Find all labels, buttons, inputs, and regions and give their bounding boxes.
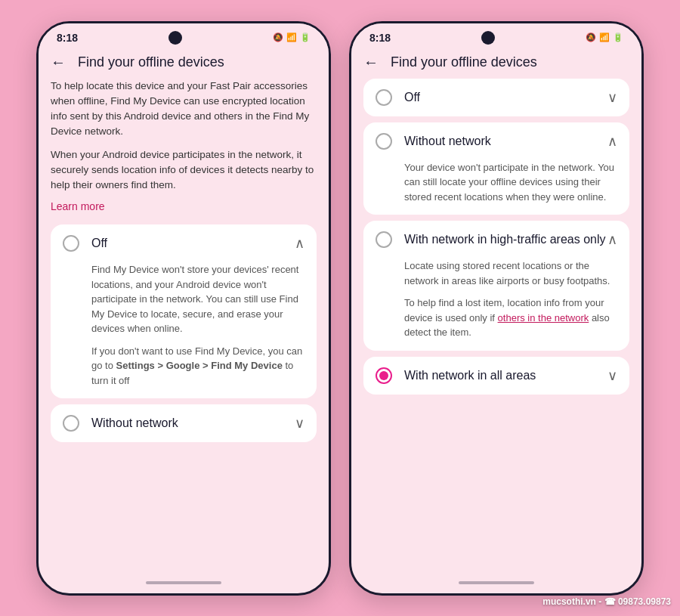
off-detail-2: If you don't want to use Find My Device,…: [91, 344, 304, 388]
option-card-off: Off ∧ Find My Device won't store your de…: [51, 224, 317, 398]
home-indicator-right: [351, 572, 641, 593]
camera-pill-left: [168, 31, 182, 45]
radio-without-network-right[interactable]: [376, 133, 392, 150]
high-traffic-detail-1: Locate using stored recent locations or …: [404, 258, 617, 288]
signal-icon: 📶: [286, 33, 297, 42]
option-card-without-network-left: Without network ∨: [51, 404, 317, 442]
radio-label-without-network-right: Without network: [376, 133, 607, 150]
phones-container: 8:18 🔕 📶 🔋 ← Find your offline devices T…: [36, 21, 644, 596]
option-detail-without-network-right: Your device won't participate in the net…: [363, 160, 629, 215]
radio-label-without-network-left: Without network: [63, 415, 295, 432]
chevron-without-network-left[interactable]: ∨: [295, 415, 304, 432]
radio-off-right[interactable]: [376, 89, 392, 106]
radio-label-off-right: Off: [376, 89, 607, 106]
top-bar-left: ← Find your offline devices: [39, 48, 329, 79]
time-right: 8:18: [369, 32, 391, 44]
option-row-high-traffic[interactable]: With network in high-traffic areas only …: [363, 221, 629, 258]
option-row-all-areas[interactable]: With network in all areas ∨: [363, 357, 629, 395]
radio-off[interactable]: [63, 235, 79, 252]
phone-right-content: Off ∨ Without network ∧ Your device won'…: [351, 79, 641, 572]
option-card-high-traffic: With network in high-traffic areas only …: [363, 221, 629, 351]
top-bar-right: ← Find your offline devices: [351, 48, 641, 79]
status-bar-left: 8:18 🔕 📶 🔋: [39, 23, 329, 48]
camera-pill-right: [481, 31, 495, 45]
page-title-left: Find your offline devices: [78, 54, 224, 70]
phone-left-content: To help locate this device and your Fast…: [39, 79, 329, 572]
chevron-off-right[interactable]: ∨: [607, 89, 617, 106]
option-row-without-network-right[interactable]: Without network ∧: [363, 122, 629, 160]
radio-high-traffic[interactable]: [376, 231, 392, 248]
phone-left: 8:18 🔕 📶 🔋 ← Find your offline devices T…: [36, 21, 331, 596]
option-label-without-network-left: Without network: [91, 416, 178, 430]
back-button-right[interactable]: ←: [363, 54, 379, 71]
status-icons-left: 🔕 📶 🔋: [273, 33, 311, 42]
radio-inner-all-areas: [379, 371, 388, 380]
option-label-all-areas: With network in all areas: [404, 369, 536, 382]
radio-all-areas[interactable]: [376, 367, 392, 384]
option-label-without-network-right: Without network: [404, 135, 491, 148]
description-2-left: When your Android device participates in…: [51, 147, 317, 193]
description-1-left: To help locate this device and your Fast…: [51, 79, 317, 140]
back-button-left[interactable]: ←: [51, 54, 66, 71]
home-bar-right: [459, 581, 534, 584]
status-icons-right: 🔕 📶 🔋: [586, 33, 623, 42]
home-indicator-left: [39, 572, 329, 593]
option-label-off-right: Off: [404, 91, 420, 104]
radio-without-network-left[interactable]: [63, 415, 79, 432]
battery-icon-right: 🔋: [613, 33, 623, 42]
signal-icon-right: 📶: [599, 33, 610, 42]
radio-label-all-areas: With network in all areas: [376, 367, 607, 384]
chevron-high-traffic[interactable]: ∧: [607, 231, 617, 248]
option-label-high-traffic: With network in high-traffic areas only: [404, 233, 605, 246]
battery-icon: 🔋: [300, 33, 311, 42]
watermark: mucsothi.vn - ☎ 09873.09873: [542, 596, 671, 607]
chevron-without-network-right[interactable]: ∧: [607, 133, 617, 150]
option-label-off: Off: [91, 237, 107, 250]
without-network-detail-1: Your device won't participate in the net…: [404, 160, 617, 205]
option-row-off[interactable]: Off ∧: [51, 224, 317, 262]
option-card-without-network-right: Without network ∧ Your device won't part…: [363, 122, 629, 215]
off-settings-path: Settings > Google > Find My Device: [116, 360, 283, 371]
mute-icon-right: 🔕: [586, 33, 596, 42]
others-in-network-link[interactable]: others in the network: [498, 312, 589, 323]
phone-right: 8:18 🔕 📶 🔋 ← Find your offline devices O…: [349, 21, 644, 596]
high-traffic-detail-2: To help find a lost item, location info …: [404, 296, 617, 340]
learn-more-link[interactable]: Learn more: [51, 200, 317, 212]
page-title-right: Find your offline devices: [391, 54, 537, 70]
chevron-all-areas[interactable]: ∨: [607, 367, 617, 384]
option-detail-off: Find My Device won't store your devices'…: [51, 262, 317, 398]
radio-label-high-traffic: With network in high-traffic areas only: [376, 231, 607, 248]
option-row-without-network-left[interactable]: Without network ∨: [51, 404, 317, 442]
option-card-off-right: Off ∨: [363, 79, 629, 116]
option-row-off-right[interactable]: Off ∨: [363, 79, 629, 116]
off-detail-1: Find My Device won't store your devices'…: [91, 262, 304, 336]
radio-label-off: Off: [63, 235, 295, 252]
chevron-off[interactable]: ∧: [295, 235, 304, 252]
home-bar-left: [146, 581, 221, 584]
time-left: 8:18: [57, 32, 78, 44]
option-detail-high-traffic: Locate using stored recent locations or …: [363, 258, 629, 351]
option-card-all-areas: With network in all areas ∨: [363, 357, 629, 395]
status-bar-right: 8:18 🔕 📶 🔋: [351, 23, 641, 48]
mute-icon: 🔕: [273, 33, 283, 42]
